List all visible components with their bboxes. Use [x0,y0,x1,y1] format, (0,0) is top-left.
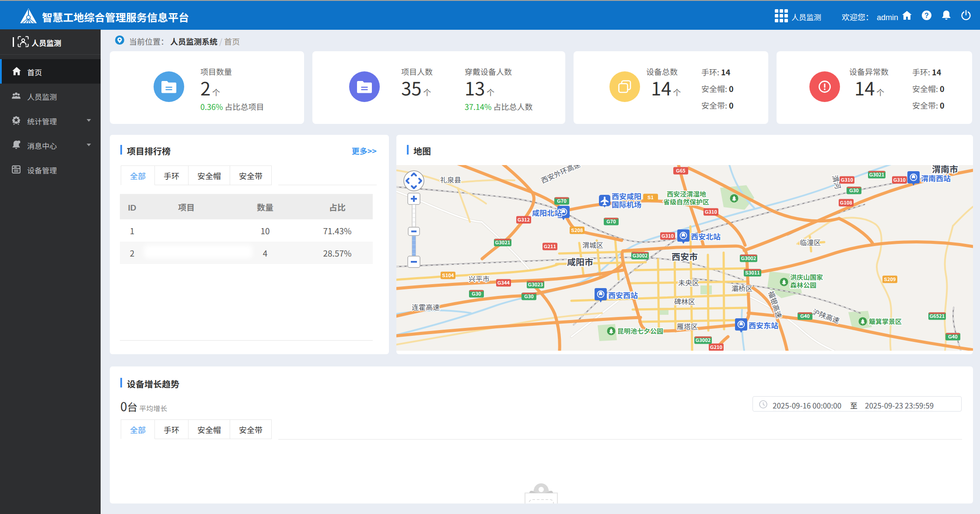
svg-text:灞桥区: 灞桥区 [732,283,752,293]
svg-text:?: ? [924,10,929,20]
svg-text:西安北站: 西安北站 [691,231,721,242]
svg-text:西安东站: 西安东站 [749,320,778,331]
svg-text:雁塔区: 雁塔区 [677,321,698,331]
svg-text:G310: G310 [662,232,674,239]
svg-text:未央区: 未央区 [678,277,699,288]
svg-text:G3021: G3021 [495,239,511,246]
svg-text:S208: S208 [571,226,583,233]
svg-text:S1: S1 [648,194,654,201]
svg-text:西安市: 西安市 [672,250,698,263]
svg-text:G6521: G6521 [930,312,945,319]
svg-text:渭南西站: 渭南西站 [921,173,951,183]
svg-text:S104: S104 [442,271,454,278]
svg-text:西安西站: 西安西站 [608,289,638,300]
svg-text:咸阳北站: 咸阳北站 [532,207,562,218]
svg-text:G312: G312 [518,216,530,223]
svg-text:礼泉县: 礼泉县 [440,174,461,185]
svg-text:碑林区: 碑林区 [674,296,695,306]
svg-text:簸箕掌景区: 簸箕掌景区 [869,317,902,326]
svg-text:G108: G108 [840,199,852,206]
svg-text:G30: G30 [472,290,481,297]
svg-text:G70: G70 [606,218,616,225]
svg-text:G65: G65 [676,167,686,174]
svg-text:G3002: G3002 [696,336,711,343]
svg-text:咸阳市: 咸阳市 [567,255,593,268]
svg-text:G210: G210 [710,343,722,350]
svg-text:G30: G30 [849,187,859,194]
svg-text:G70: G70 [557,197,567,204]
svg-text:连霍高速: 连霍高速 [412,302,440,312]
svg-text:G310: G310 [841,176,853,183]
svg-text:国际机场: 国际机场 [612,199,641,210]
svg-text:G30: G30 [524,292,534,299]
svg-text:G310: G310 [893,176,906,183]
svg-text:昆明池七夕公园: 昆明池七夕公园 [617,326,663,335]
svg-text:兴平市: 兴平市 [469,273,490,284]
svg-text:省级自然保护区: 省级自然保护区 [663,197,709,206]
svg-text:G40: G40 [800,312,810,319]
svg-text:渭城区: 渭城区 [582,239,603,250]
svg-text:S3011: S3011 [745,269,760,276]
svg-text:G3002: G3002 [741,254,756,261]
svg-text:G3023: G3023 [528,281,543,288]
svg-text:S209: S209 [884,275,896,282]
svg-text:G211: G211 [544,243,556,250]
svg-text:G3021: G3021 [869,171,885,178]
svg-text:G310: G310 [705,208,717,215]
svg-text:临潼区: 临潼区 [800,237,821,247]
svg-text:森林公园: 森林公园 [790,280,816,289]
svg-text:G344: G344 [497,279,510,286]
svg-text:G40: G40 [948,333,958,340]
svg-text:G3002: G3002 [633,252,648,259]
